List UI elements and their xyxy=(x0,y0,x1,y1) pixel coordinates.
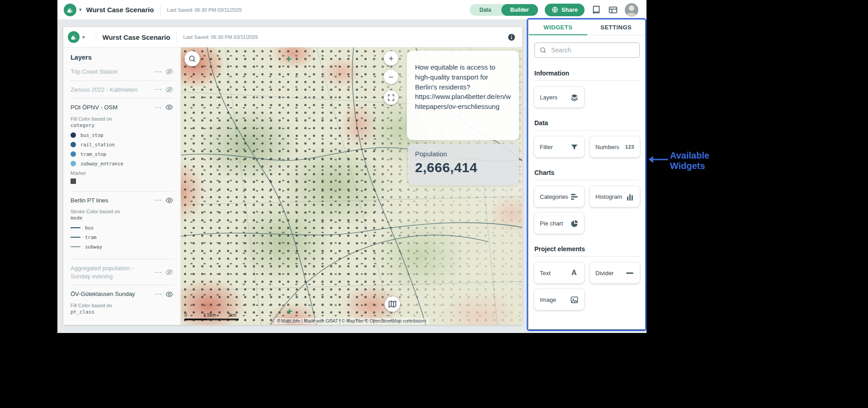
image-icon xyxy=(570,295,579,304)
widget-card-label: Layers xyxy=(540,94,557,101)
map[interactable]: + − + + How equitable is access to high-… xyxy=(181,47,522,325)
visibility-off-icon[interactable] xyxy=(165,86,173,94)
widget-card-label: Numbers xyxy=(595,144,619,150)
widget-card-numbers[interactable]: Numbers 123 xyxy=(590,136,640,157)
share-button[interactable]: Share xyxy=(545,4,585,16)
screenshot-canvas: { "colors": { "brand_green": "#2e9b72", … xyxy=(0,0,868,408)
layer-row-poi-oepnv-osm[interactable]: POI ÖPNV - OSM ⋯ xyxy=(71,98,173,116)
layer-name: Berlin PT lines xyxy=(71,197,151,205)
legend-color-dot xyxy=(71,142,76,147)
widget-card-filter[interactable]: Filter xyxy=(534,136,584,157)
visibility-off-icon[interactable] xyxy=(165,68,173,75)
legend-label: rail_station xyxy=(80,142,115,147)
preview-last-saved-text: Last Saved: 06:30 PM 03/11/2025 xyxy=(183,34,258,40)
header-actions: Data Builder Share xyxy=(470,3,639,17)
legend-color-line xyxy=(71,227,80,228)
legend-item: tram xyxy=(71,234,173,240)
section-divider xyxy=(534,180,640,180)
widget-card-label: Filter xyxy=(540,144,553,150)
tab-widgets[interactable]: WIDGETS xyxy=(529,20,587,35)
layer-row-berlin-pt-lines[interactable]: Berlin PT lines ⋯ xyxy=(71,192,173,209)
widget-card-image[interactable]: Image xyxy=(534,289,584,310)
preview-header-divider xyxy=(96,32,96,42)
widget-card-divider[interactable]: Divider xyxy=(590,263,640,283)
search-input[interactable] xyxy=(550,46,635,54)
visibility-on-icon[interactable] xyxy=(165,291,173,298)
more-options-icon[interactable]: ⋯ xyxy=(155,68,162,75)
builder-mode-tab[interactable]: Builder xyxy=(501,4,538,16)
section-divider xyxy=(534,130,640,131)
chevron-down-icon[interactable]: ▾ xyxy=(82,34,85,40)
scale-end: 3km xyxy=(228,313,236,318)
basemap-button[interactable] xyxy=(385,296,400,312)
section-information: Information Layers xyxy=(534,70,640,108)
visibility-off-icon[interactable] xyxy=(165,268,173,276)
preview-project-title: Wurst Case Scenario xyxy=(103,33,170,41)
data-mode-tab[interactable]: Data xyxy=(470,7,501,13)
legend-label: subway xyxy=(85,244,102,249)
histogram-icon xyxy=(625,192,634,201)
table-view-icon[interactable] xyxy=(608,5,618,15)
text-widget[interactable]: How equitable is access to high-quality … xyxy=(407,51,519,140)
more-options-icon[interactable]: ⋯ xyxy=(155,104,162,111)
dashboard-preview: ▾ Wurst Case Scenario Last Saved: 06:30 … xyxy=(63,27,522,325)
goat-logo[interactable] xyxy=(68,31,80,43)
section-title: Information xyxy=(534,70,640,77)
add-widget-button-top[interactable]: + xyxy=(286,54,292,64)
widget-card-label: Divider xyxy=(595,270,613,277)
fullscreen-button[interactable] xyxy=(384,90,398,105)
zoom-in-button[interactable]: + xyxy=(384,51,398,66)
panel-bottom-bar xyxy=(529,329,645,331)
legend-attribute: pt_class xyxy=(71,309,173,315)
more-options-icon[interactable]: ⋯ xyxy=(155,197,162,204)
widget-card-histogram[interactable]: Histogram xyxy=(590,186,640,207)
annotation-label: Available Widgets xyxy=(670,150,717,171)
layer-row-zensus-2022[interactable]: Zensus 2022 - Kaltmieten ⋯ xyxy=(71,81,173,98)
panel-tabs: WIDGETS SETTINGS xyxy=(529,20,645,35)
widget-card-label: Text xyxy=(540,270,551,277)
layer-name: Trip Count Station xyxy=(71,68,151,76)
text-icon: A xyxy=(570,268,579,277)
widget-search-field[interactable] xyxy=(534,42,640,58)
scale-start: 0 xyxy=(184,313,187,318)
section-title: Charts xyxy=(534,169,640,176)
legend-item: tram_stop xyxy=(71,151,173,157)
widget-card-layers[interactable]: Layers xyxy=(534,87,584,108)
legend-color-dot xyxy=(71,151,76,157)
goat-logo[interactable] xyxy=(64,4,76,16)
layers-panel-title: Layers xyxy=(71,54,173,61)
layer-row-oev-gueteklassen[interactable]: ÖV-Güteklassen Sunday ⋯ xyxy=(71,285,173,303)
avatar[interactable] xyxy=(625,3,638,17)
legend-item: subway xyxy=(71,244,173,249)
tab-settings[interactable]: SETTINGS xyxy=(587,20,646,35)
legend-label: tram xyxy=(85,234,96,240)
chevron-down-icon[interactable]: ▾ xyxy=(79,7,82,13)
widget-card-pie-chart[interactable]: Pie chart xyxy=(534,213,584,234)
add-widget-button-bottom[interactable]: + xyxy=(287,307,292,317)
zoom-out-button[interactable]: − xyxy=(384,70,398,84)
more-options-icon[interactable]: ⋯ xyxy=(155,269,162,276)
section-data: Data Filter Numbers 123 xyxy=(534,119,640,157)
population-widget[interactable]: Population 2,666,414 xyxy=(408,144,519,185)
layer-row-aggregated-population[interactable]: Aggregated population - Sunday evening ⋯ xyxy=(71,259,173,285)
layer-legend: Stroke Color based on mode bus tram subw… xyxy=(71,209,173,259)
more-options-icon[interactable]: ⋯ xyxy=(155,291,162,298)
map-attribution[interactable]: © MapLibre | Made with GOAT | © MapTiler… xyxy=(274,318,429,324)
docs-icon[interactable] xyxy=(591,5,601,15)
map-search-button[interactable] xyxy=(184,51,200,66)
section-title: Data xyxy=(534,119,640,127)
layer-row-trip-count-station[interactable]: Trip Count Station ⋯ xyxy=(71,63,173,80)
legend-color-dot xyxy=(71,161,76,166)
layers-icon xyxy=(570,93,579,102)
visibility-on-icon[interactable] xyxy=(165,197,173,204)
info-icon[interactable] xyxy=(507,33,516,42)
widget-card-text[interactable]: Text A xyxy=(534,263,584,283)
visibility-on-icon[interactable] xyxy=(165,103,173,111)
section-divider xyxy=(534,256,640,257)
more-options-icon[interactable]: ⋯ xyxy=(155,86,162,93)
layer-name: ÖV-Güteklassen Sunday xyxy=(71,290,151,298)
legend-label: subway_entrance xyxy=(80,161,123,166)
legend-caption: Fill Color based on xyxy=(71,303,173,308)
section-title: Project elements xyxy=(534,245,640,253)
widget-card-categories[interactable]: Categories xyxy=(534,186,584,207)
